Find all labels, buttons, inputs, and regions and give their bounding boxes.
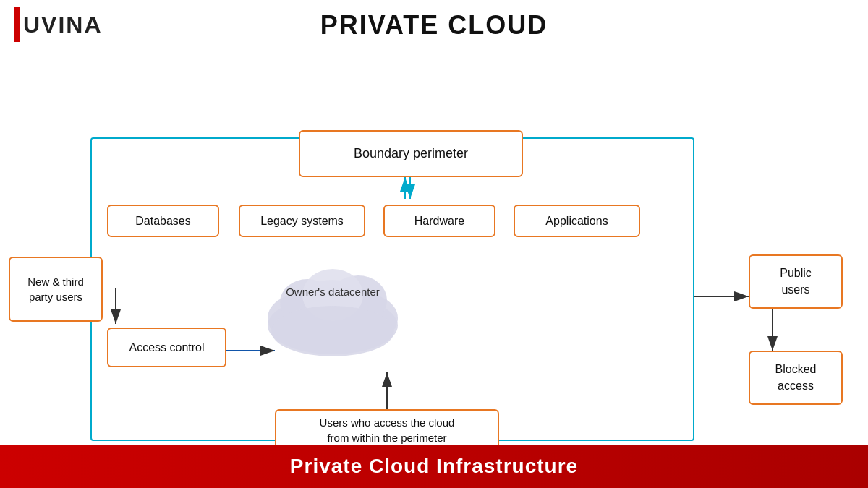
cloud: Owner's datacenter xyxy=(253,246,412,361)
svg-point-18 xyxy=(271,306,394,356)
page-title: PRIVATE CLOUD xyxy=(320,10,548,40)
public-users-box: Public users xyxy=(749,254,843,309)
logo: UVINA xyxy=(14,7,103,42)
hardware-box: Hardware xyxy=(383,205,495,237)
new-third-party-box: New & third party users xyxy=(9,257,103,322)
boundary-perimeter-box: Boundary perimeter xyxy=(299,130,523,177)
diagram: Boundary perimeter Databases Legacy syst… xyxy=(0,51,868,445)
footer-text: Private Cloud Infrastructure xyxy=(290,455,578,478)
access-control-box: Access control xyxy=(107,328,226,367)
legacy-systems-box: Legacy systems xyxy=(239,205,365,237)
footer: Private Cloud Infrastructure xyxy=(0,445,868,488)
logo-text: UVINA xyxy=(23,12,103,38)
logo-bracket xyxy=(14,7,20,42)
databases-box: Databases xyxy=(107,205,219,237)
applications-box: Applications xyxy=(514,205,640,237)
blocked-access-box: Blocked access xyxy=(749,351,843,405)
